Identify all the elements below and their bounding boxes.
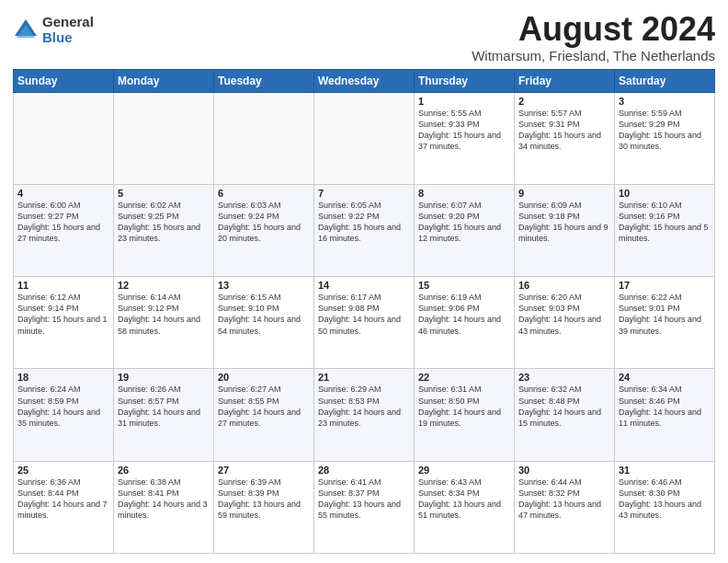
day-info: Sunrise: 5:55 AM Sunset: 9:33 PM Dayligh… <box>418 108 510 153</box>
day-info: Sunrise: 6:12 AM Sunset: 9:14 PM Dayligh… <box>17 292 109 337</box>
day-number: 5 <box>118 188 210 199</box>
calendar-day-7: 7Sunrise: 6:05 AM Sunset: 9:22 PM Daylig… <box>314 184 415 276</box>
weekday-header-thursday: Thursday <box>415 69 515 92</box>
weekday-header-wednesday: Wednesday <box>314 69 415 92</box>
day-info: Sunrise: 6:29 AM Sunset: 8:53 PM Dayligh… <box>318 384 410 429</box>
day-info: Sunrise: 6:09 AM Sunset: 9:18 PM Dayligh… <box>518 200 610 245</box>
day-info: Sunrise: 6:44 AM Sunset: 8:32 PM Dayligh… <box>518 477 610 522</box>
header: General Blue August 2024 Witmarsum, Frie… <box>13 11 715 63</box>
calendar-day-3: 3Sunrise: 5:59 AM Sunset: 9:29 PM Daylig… <box>615 92 715 184</box>
day-info: Sunrise: 6:41 AM Sunset: 8:37 PM Dayligh… <box>318 477 410 522</box>
day-info: Sunrise: 6:19 AM Sunset: 9:06 PM Dayligh… <box>418 292 510 337</box>
calendar-day-empty <box>114 92 214 184</box>
calendar-day-14: 14Sunrise: 6:17 AM Sunset: 9:08 PM Dayli… <box>314 277 415 369</box>
day-number: 18 <box>17 372 109 383</box>
calendar-week-row: 11Sunrise: 6:12 AM Sunset: 9:14 PM Dayli… <box>14 277 715 369</box>
day-info: Sunrise: 6:14 AM Sunset: 9:12 PM Dayligh… <box>118 292 210 337</box>
calendar-day-17: 17Sunrise: 6:22 AM Sunset: 9:01 PM Dayli… <box>615 277 715 369</box>
calendar-day-26: 26Sunrise: 6:38 AM Sunset: 8:41 PM Dayli… <box>114 461 214 553</box>
day-info: Sunrise: 6:15 AM Sunset: 9:10 PM Dayligh… <box>218 292 310 337</box>
calendar-day-empty <box>214 92 314 184</box>
logo: General Blue <box>13 15 94 45</box>
day-number: 7 <box>318 188 410 199</box>
day-info: Sunrise: 6:17 AM Sunset: 9:08 PM Dayligh… <box>318 292 410 337</box>
day-info: Sunrise: 5:57 AM Sunset: 9:31 PM Dayligh… <box>518 108 610 153</box>
day-number: 29 <box>418 465 510 476</box>
day-number: 25 <box>17 465 109 476</box>
calendar-day-4: 4Sunrise: 6:00 AM Sunset: 9:27 PM Daylig… <box>14 184 114 276</box>
day-info: Sunrise: 6:32 AM Sunset: 8:48 PM Dayligh… <box>518 384 610 429</box>
day-info: Sunrise: 6:39 AM Sunset: 8:39 PM Dayligh… <box>218 477 310 522</box>
calendar-day-16: 16Sunrise: 6:20 AM Sunset: 9:03 PM Dayli… <box>515 277 615 369</box>
calendar-day-5: 5Sunrise: 6:02 AM Sunset: 9:25 PM Daylig… <box>114 184 214 276</box>
day-info: Sunrise: 6:03 AM Sunset: 9:24 PM Dayligh… <box>218 200 310 245</box>
calendar-day-11: 11Sunrise: 6:12 AM Sunset: 9:14 PM Dayli… <box>14 277 114 369</box>
day-number: 17 <box>619 280 711 291</box>
day-number: 6 <box>218 188 310 199</box>
day-number: 14 <box>318 280 410 291</box>
day-number: 12 <box>118 280 210 291</box>
calendar-day-6: 6Sunrise: 6:03 AM Sunset: 9:24 PM Daylig… <box>214 184 314 276</box>
day-number: 16 <box>518 280 610 291</box>
calendar-day-18: 18Sunrise: 6:24 AM Sunset: 8:59 PM Dayli… <box>14 369 114 461</box>
calendar-day-23: 23Sunrise: 6:32 AM Sunset: 8:48 PM Dayli… <box>515 369 615 461</box>
title-block: August 2024 Witmarsum, Friesland, The Ne… <box>472 11 715 63</box>
day-number: 20 <box>218 372 310 383</box>
calendar-day-27: 27Sunrise: 6:39 AM Sunset: 8:39 PM Dayli… <box>214 461 314 553</box>
day-number: 30 <box>518 465 610 476</box>
day-number: 19 <box>118 372 210 383</box>
logo-blue: Blue <box>42 30 94 46</box>
day-number: 22 <box>418 372 510 383</box>
calendar-day-1: 1Sunrise: 5:55 AM Sunset: 9:33 PM Daylig… <box>415 92 515 184</box>
day-number: 21 <box>318 372 410 383</box>
day-info: Sunrise: 6:38 AM Sunset: 8:41 PM Dayligh… <box>118 477 210 522</box>
day-number: 3 <box>619 96 711 107</box>
day-number: 2 <box>518 96 610 107</box>
weekday-header-row: SundayMondayTuesdayWednesdayThursdayFrid… <box>14 69 715 92</box>
day-number: 23 <box>518 372 610 383</box>
day-info: Sunrise: 6:27 AM Sunset: 8:55 PM Dayligh… <box>218 384 310 429</box>
calendar-day-19: 19Sunrise: 6:26 AM Sunset: 8:57 PM Dayli… <box>114 369 214 461</box>
calendar-day-empty <box>14 92 114 184</box>
calendar-day-22: 22Sunrise: 6:31 AM Sunset: 8:50 PM Dayli… <box>415 369 515 461</box>
logo-icon <box>13 17 39 43</box>
day-number: 31 <box>619 465 711 476</box>
logo-general: General <box>42 15 94 30</box>
calendar-day-25: 25Sunrise: 6:36 AM Sunset: 8:44 PM Dayli… <box>14 461 114 553</box>
day-info: Sunrise: 6:43 AM Sunset: 8:34 PM Dayligh… <box>418 477 510 522</box>
day-info: Sunrise: 6:31 AM Sunset: 8:50 PM Dayligh… <box>418 384 510 429</box>
day-number: 9 <box>518 188 610 199</box>
calendar-day-30: 30Sunrise: 6:44 AM Sunset: 8:32 PM Dayli… <box>515 461 615 553</box>
day-number: 11 <box>17 280 109 291</box>
day-info: Sunrise: 6:20 AM Sunset: 9:03 PM Dayligh… <box>518 292 610 337</box>
day-number: 28 <box>318 465 410 476</box>
calendar-week-row: 1Sunrise: 5:55 AM Sunset: 9:33 PM Daylig… <box>14 92 715 184</box>
weekday-header-friday: Friday <box>515 69 615 92</box>
day-info: Sunrise: 6:07 AM Sunset: 9:20 PM Dayligh… <box>418 200 510 245</box>
day-number: 4 <box>17 188 109 199</box>
day-number: 8 <box>418 188 510 199</box>
calendar-table: SundayMondayTuesdayWednesdayThursdayFrid… <box>13 69 715 554</box>
day-number: 15 <box>418 280 510 291</box>
page: General Blue August 2024 Witmarsum, Frie… <box>0 0 728 563</box>
calendar-day-20: 20Sunrise: 6:27 AM Sunset: 8:55 PM Dayli… <box>214 369 314 461</box>
calendar-day-10: 10Sunrise: 6:10 AM Sunset: 9:16 PM Dayli… <box>615 184 715 276</box>
subtitle: Witmarsum, Friesland, The Netherlands <box>472 48 715 63</box>
day-info: Sunrise: 6:26 AM Sunset: 8:57 PM Dayligh… <box>118 384 210 429</box>
day-info: Sunrise: 6:02 AM Sunset: 9:25 PM Dayligh… <box>118 200 210 245</box>
weekday-header-sunday: Sunday <box>14 69 114 92</box>
day-number: 10 <box>619 188 711 199</box>
logo-text: General Blue <box>42 15 94 45</box>
day-info: Sunrise: 6:36 AM Sunset: 8:44 PM Dayligh… <box>17 477 109 522</box>
weekday-header-saturday: Saturday <box>615 69 715 92</box>
day-number: 24 <box>619 372 711 383</box>
day-info: Sunrise: 6:34 AM Sunset: 8:46 PM Dayligh… <box>619 384 711 429</box>
weekday-header-monday: Monday <box>114 69 214 92</box>
main-title: August 2024 <box>472 11 715 48</box>
calendar-week-row: 18Sunrise: 6:24 AM Sunset: 8:59 PM Dayli… <box>14 369 715 461</box>
day-info: Sunrise: 6:24 AM Sunset: 8:59 PM Dayligh… <box>17 384 109 429</box>
calendar-day-15: 15Sunrise: 6:19 AM Sunset: 9:06 PM Dayli… <box>415 277 515 369</box>
day-info: Sunrise: 6:10 AM Sunset: 9:16 PM Dayligh… <box>619 200 711 245</box>
day-info: Sunrise: 6:00 AM Sunset: 9:27 PM Dayligh… <box>17 200 109 245</box>
calendar-day-28: 28Sunrise: 6:41 AM Sunset: 8:37 PM Dayli… <box>314 461 415 553</box>
